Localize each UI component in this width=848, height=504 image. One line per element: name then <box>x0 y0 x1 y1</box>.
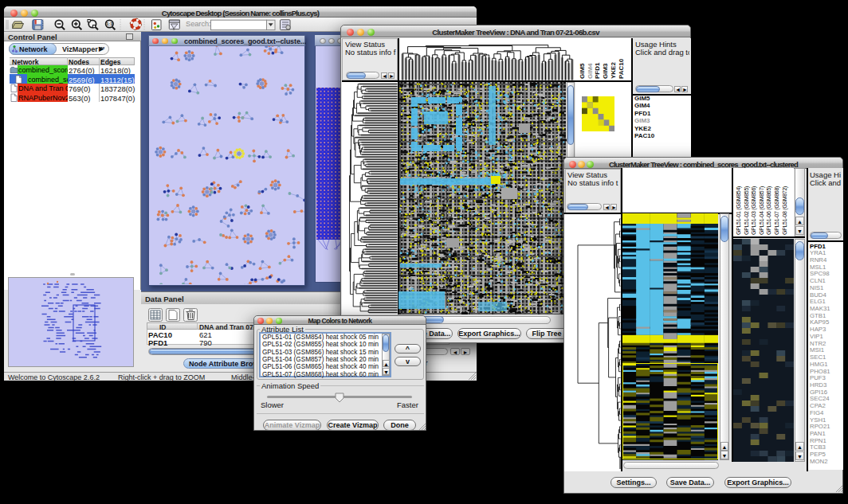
svg-text:GPI16: GPI16 <box>810 389 827 396</box>
svg-text:SEC24: SEC24 <box>810 395 830 402</box>
svg-text:GPL51-01 (GSM854): GPL51-01 (GSM854) <box>736 186 742 235</box>
svg-text:YRA1: YRA1 <box>810 249 826 256</box>
svg-text:PAN1: PAN1 <box>810 430 826 437</box>
svg-text:GPL51-03 (GSM856): GPL51-03 (GSM856) <box>751 186 757 235</box>
svg-text:VIP1: VIP1 <box>810 333 823 340</box>
svg-text:PFD1: PFD1 <box>810 243 826 250</box>
svg-text:GPL51-08 (GSM872): GPL51-08 (GSM872) <box>782 186 788 235</box>
svg-text:HMG1: HMG1 <box>810 361 828 368</box>
svg-text:YSH1: YSH1 <box>810 416 826 424</box>
svg-text:GPL51-04 (GSM857): GPL51-04 (GSM857) <box>759 186 765 235</box>
svg-text:MSL1: MSL1 <box>810 264 826 271</box>
svg-text:HAP3: HAP3 <box>810 326 826 333</box>
svg-text:RPO21: RPO21 <box>810 423 830 430</box>
svg-text:ELG1: ELG1 <box>810 298 826 305</box>
svg-text:FIG4: FIG4 <box>810 409 824 416</box>
svg-text:SPC98: SPC98 <box>810 270 830 277</box>
svg-text:SEC1: SEC1 <box>810 354 826 361</box>
svg-text:RNR4: RNR4 <box>810 256 827 264</box>
svg-text:BUD4: BUD4 <box>810 291 826 299</box>
svg-text:HRD3: HRD3 <box>810 381 826 389</box>
svg-text:GPL51-07 (GSM868): GPL51-07 (GSM868) <box>774 186 780 235</box>
svg-text:PHO81: PHO81 <box>810 368 830 375</box>
svg-text:MON2: MON2 <box>810 458 828 465</box>
svg-text:GPL51-06 (GSM865): GPL51-06 (GSM865) <box>766 186 772 235</box>
svg-text:KAP95: KAP95 <box>810 318 830 326</box>
svg-text:RPN1: RPN1 <box>810 437 826 444</box>
svg-text:NIS1: NIS1 <box>810 284 823 291</box>
svg-text:PEP5: PEP5 <box>810 451 826 458</box>
svg-text:TCB3: TCB3 <box>810 443 826 451</box>
svg-text:GPL51-02 (GSM855): GPL51-02 (GSM855) <box>744 186 750 235</box>
svg-text:MSI1: MSI1 <box>810 346 824 354</box>
svg-text:PUF3: PUF3 <box>810 374 826 381</box>
svg-text:MAK31: MAK31 <box>810 305 830 312</box>
svg-text:CPA2: CPA2 <box>810 402 826 409</box>
svg-text:CLN1: CLN1 <box>810 277 826 284</box>
svg-text:GTB1: GTB1 <box>810 312 826 319</box>
svg-text:NTR2: NTR2 <box>810 340 826 347</box>
